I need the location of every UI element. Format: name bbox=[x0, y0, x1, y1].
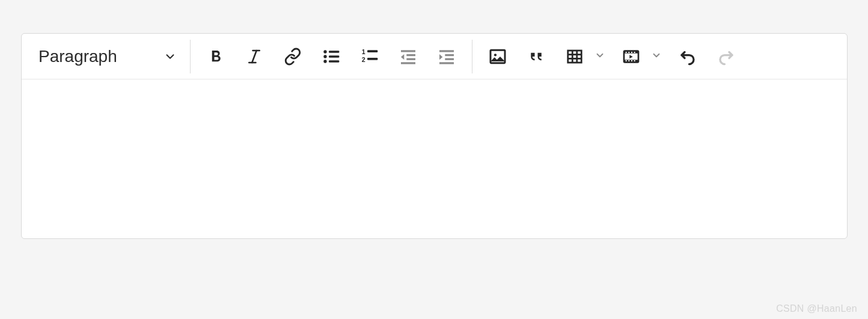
svg-text:1: 1 bbox=[362, 48, 365, 55]
svg-rect-6 bbox=[329, 51, 339, 52]
svg-text:2: 2 bbox=[362, 56, 365, 63]
svg-rect-18 bbox=[439, 50, 454, 52]
link-icon bbox=[284, 48, 302, 66]
chevron-down-icon bbox=[594, 50, 605, 63]
numbered-list-button[interactable]: 12 bbox=[352, 39, 387, 74]
italic-icon bbox=[245, 48, 263, 66]
italic-button[interactable] bbox=[237, 39, 272, 74]
svg-rect-38 bbox=[628, 60, 629, 61]
svg-point-24 bbox=[494, 54, 497, 56]
svg-rect-12 bbox=[367, 58, 377, 60]
table-button[interactable] bbox=[557, 39, 592, 74]
media-dropdown[interactable] bbox=[648, 39, 665, 74]
svg-marker-22 bbox=[439, 54, 442, 60]
svg-rect-25 bbox=[568, 51, 582, 63]
svg-rect-21 bbox=[439, 62, 454, 64]
undo-icon bbox=[679, 48, 697, 66]
toolbar-divider bbox=[472, 40, 472, 73]
link-button[interactable] bbox=[275, 39, 310, 74]
redo-button[interactable] bbox=[709, 39, 744, 74]
numbered-list-icon: 12 bbox=[360, 47, 379, 66]
media-icon bbox=[622, 47, 641, 66]
chevron-down-icon bbox=[651, 50, 662, 63]
undo-button[interactable] bbox=[670, 39, 705, 74]
svg-rect-20 bbox=[445, 58, 454, 60]
svg-rect-19 bbox=[445, 54, 454, 56]
rich-text-editor: Paragraph bbox=[21, 33, 848, 239]
svg-rect-14 bbox=[406, 54, 415, 56]
quote-icon bbox=[527, 48, 545, 66]
outdent-button[interactable] bbox=[391, 39, 426, 74]
svg-rect-15 bbox=[406, 58, 415, 60]
watermark-text: CSDN @HaanLen bbox=[776, 303, 857, 314]
bullet-list-button[interactable] bbox=[314, 39, 349, 74]
svg-marker-41 bbox=[629, 55, 632, 58]
svg-rect-40 bbox=[634, 60, 635, 61]
svg-rect-16 bbox=[401, 62, 415, 64]
svg-line-2 bbox=[252, 51, 257, 63]
svg-rect-11 bbox=[367, 50, 377, 52]
svg-rect-13 bbox=[401, 50, 415, 52]
svg-rect-37 bbox=[626, 60, 627, 61]
media-button-group bbox=[612, 39, 668, 74]
toolbar-divider bbox=[190, 40, 191, 73]
bold-icon bbox=[207, 48, 225, 66]
svg-rect-33 bbox=[626, 52, 627, 53]
outdent-icon bbox=[399, 47, 418, 66]
indent-button[interactable] bbox=[429, 39, 464, 74]
indent-icon bbox=[437, 47, 456, 66]
table-icon bbox=[566, 48, 584, 66]
svg-rect-7 bbox=[329, 55, 339, 57]
svg-point-5 bbox=[323, 60, 326, 63]
block-format-label: Paragraph bbox=[38, 47, 117, 66]
svg-point-3 bbox=[323, 50, 326, 53]
svg-rect-36 bbox=[634, 52, 635, 53]
svg-rect-8 bbox=[329, 60, 339, 62]
bold-button[interactable] bbox=[198, 39, 233, 74]
block-format-select[interactable]: Paragraph bbox=[29, 39, 184, 74]
svg-rect-34 bbox=[628, 52, 629, 53]
table-button-group bbox=[555, 39, 612, 74]
redo-icon bbox=[717, 48, 735, 66]
svg-rect-39 bbox=[631, 60, 632, 61]
image-button[interactable] bbox=[480, 39, 515, 74]
image-icon bbox=[488, 47, 507, 66]
blockquote-button[interactable] bbox=[519, 39, 554, 74]
editor-content-area[interactable] bbox=[22, 79, 847, 238]
svg-point-4 bbox=[323, 55, 326, 58]
editor-toolbar: Paragraph bbox=[22, 34, 847, 79]
table-dropdown[interactable] bbox=[591, 39, 608, 74]
media-button[interactable] bbox=[614, 39, 649, 74]
chevron-down-icon bbox=[164, 50, 177, 63]
svg-rect-35 bbox=[631, 52, 632, 53]
bullet-list-icon bbox=[322, 47, 341, 66]
svg-marker-17 bbox=[401, 54, 404, 60]
